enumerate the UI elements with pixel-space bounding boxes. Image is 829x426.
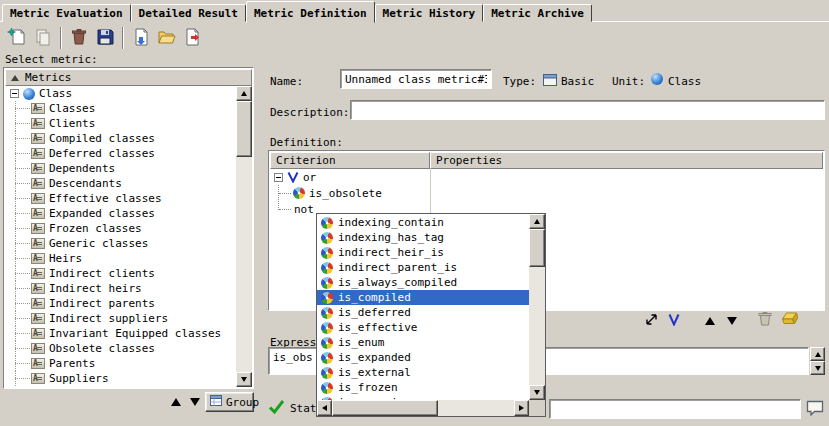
move-criterion-button[interactable]: [641, 312, 661, 330]
down-arrow-icon: [727, 317, 737, 325]
tree-item-label: Invariant Equipped classes: [49, 327, 221, 340]
erase-criterion-button[interactable]: [779, 311, 799, 329]
new-metric-button[interactable]: [4, 25, 30, 51]
scrollbar-corner: [529, 400, 545, 416]
tree-connector-line: [5, 176, 31, 191]
scroll-up-button[interactable]: [810, 347, 825, 361]
criterion-row-or[interactable]: or: [270, 169, 823, 185]
move-criterion-up-button[interactable]: [700, 312, 720, 330]
scroll-left-button[interactable]: [317, 400, 332, 416]
delete-criterion-button[interactable]: [755, 311, 775, 329]
tree-item-label: Suppliers: [49, 372, 109, 385]
scroll-down-button[interactable]: [810, 361, 825, 375]
save-metric-button[interactable]: [92, 25, 118, 51]
tree-connector-line: [5, 371, 31, 386]
scrollbar-thumb[interactable]: [529, 229, 545, 267]
tree-connector-line: [279, 209, 291, 210]
dropdown-item[interactable]: is_external: [317, 365, 529, 380]
tree-connector-line: [5, 206, 31, 221]
tool-tab[interactable]: Metric Evaluation: [2, 4, 131, 22]
tree-item-label: Indirect clients: [49, 267, 155, 280]
tree-item[interactable]: Frozen classes: [5, 221, 252, 236]
tree-item[interactable]: Descendants: [5, 176, 252, 191]
metrics-column-header[interactable]: Metrics: [5, 69, 252, 86]
tree-item[interactable]: Obsolete classes: [5, 341, 252, 356]
tree-item[interactable]: Clients: [5, 116, 252, 131]
name-label: Name:: [270, 75, 303, 88]
export-metric-button[interactable]: [180, 25, 206, 51]
dropdown-item[interactable]: is_deferred: [317, 305, 529, 320]
tree-item[interactable]: Indirect heirs: [5, 281, 252, 296]
dropdown-item[interactable]: indirect_parent_is: [317, 260, 529, 275]
dropdown-item[interactable]: is_expanded: [317, 350, 529, 365]
tree-item[interactable]: Parents: [5, 356, 252, 371]
name-input[interactable]: [341, 70, 491, 88]
comment-bubble-icon[interactable]: [805, 398, 825, 421]
tree-item[interactable]: Suppliers: [5, 371, 252, 386]
scrollbar-thumb[interactable]: [332, 400, 438, 416]
tree-item[interactable]: Classes: [5, 101, 252, 116]
collapse-icon[interactable]: [274, 173, 283, 182]
metric-item-icon: [31, 133, 45, 144]
tree-item[interactable]: Indirect parents: [5, 296, 252, 311]
collapse-icon[interactable]: [10, 89, 19, 98]
tree-item[interactable]: Heirs: [5, 251, 252, 266]
save-metric-icon: [95, 27, 115, 50]
tree-root-class[interactable]: Class: [5, 86, 252, 101]
scroll-down-button[interactable]: [236, 372, 252, 387]
dropdown-item[interactable]: indexing_has_tag: [317, 230, 529, 245]
dropdown-item-label: is_expanded: [338, 351, 411, 364]
tree-item[interactable]: Invariant Equipped classes: [5, 326, 252, 341]
criterion-icon: [321, 277, 333, 289]
dropdown-item[interactable]: is_compiled: [317, 290, 529, 305]
scroll-up-button[interactable]: [236, 86, 252, 101]
dropdown-item[interactable]: is_enum: [317, 335, 529, 350]
left-arrow-icon: [322, 405, 327, 411]
scroll-right-button[interactable]: [514, 400, 529, 416]
dropdown-item[interactable]: is_frozen: [317, 380, 529, 395]
tree-item[interactable]: Effective classes: [5, 191, 252, 206]
description-fieldbox: [350, 100, 825, 120]
tool-tab[interactable]: Detailed Result: [131, 4, 246, 22]
copy-metric-button[interactable]: [30, 25, 56, 51]
criterion-dropdown-list: indexing_contain indexing_has_tag indire…: [317, 215, 529, 400]
tool-tab[interactable]: Metric History: [375, 4, 484, 22]
criteria-grid-header: Criterion Properties: [270, 152, 823, 169]
tree-item[interactable]: Indirect suppliers: [5, 311, 252, 326]
dropdown-item[interactable]: is_always_compiled: [317, 275, 529, 290]
tool-tab[interactable]: Metric Archive: [483, 4, 592, 22]
dropdown-item[interactable]: indexing_contain: [317, 215, 529, 230]
description-label: Description:: [270, 106, 349, 119]
insert-or-button[interactable]: [664, 312, 684, 330]
move-metric-up-button[interactable]: [168, 394, 184, 410]
criterion-column-header[interactable]: Criterion: [270, 152, 430, 169]
tree-connector-line: [5, 326, 31, 341]
open-metric-folder-button[interactable]: [154, 25, 180, 51]
tree-item-label: Heirs: [49, 252, 82, 265]
criterion-row-is-obsolete[interactable]: is_obsolete: [270, 185, 823, 201]
tree-item[interactable]: Indirect clients: [5, 266, 252, 281]
tree-item[interactable]: Expanded classes: [5, 206, 252, 221]
tool-tab[interactable]: Metric Definition: [246, 1, 375, 23]
properties-column-header[interactable]: Properties: [430, 152, 823, 169]
tree-item[interactable]: Generic classes: [5, 236, 252, 251]
tree-item[interactable]: Dependents: [5, 161, 252, 176]
tree-item[interactable]: Deferred classes: [5, 146, 252, 161]
scrollbar-thumb[interactable]: [236, 101, 252, 157]
comment-input[interactable]: [550, 400, 800, 418]
right-arrow-icon: [519, 405, 524, 411]
dropdown-item[interactable]: is_effective: [317, 320, 529, 335]
group-toggle-button[interactable]: Group: [205, 392, 254, 412]
move-criterion-down-button[interactable]: [722, 312, 742, 330]
scroll-up-button[interactable]: [529, 214, 545, 229]
criterion-icon: [321, 292, 333, 304]
move-metric-down-button[interactable]: [187, 394, 203, 410]
dropdown-item[interactable]: indirect_heir_is: [317, 245, 529, 260]
scroll-down-button[interactable]: [529, 385, 545, 400]
tree-item-label: Frozen classes: [49, 222, 142, 235]
description-input[interactable]: [351, 101, 824, 119]
tree-item[interactable]: Compiled classes: [5, 131, 252, 146]
import-metric-button[interactable]: [128, 25, 154, 51]
metric-item-icon: [31, 103, 45, 114]
delete-metric-button[interactable]: [66, 25, 92, 51]
